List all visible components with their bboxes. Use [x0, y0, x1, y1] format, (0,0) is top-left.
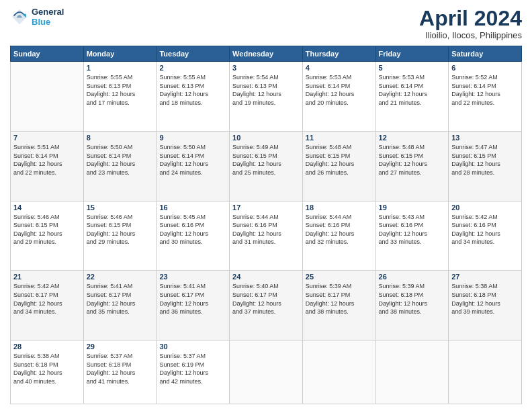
day-info: Sunrise: 5:54 AMSunset: 6:13 PMDaylight:… [232, 73, 300, 107]
day-number: 6 [451, 64, 519, 72]
day-info: Sunrise: 5:38 AMSunset: 6:18 PMDaylight:… [451, 282, 519, 316]
table-row: 1Sunrise: 5:55 AMSunset: 6:13 PMDaylight… [83, 62, 157, 132]
logo-icon [10, 7, 29, 26]
day-number: 18 [306, 203, 373, 212]
day-number: 2 [159, 64, 226, 72]
day-number: 21 [13, 273, 81, 281]
page: General Blue April 2024 Ilioilio, Ilocos… [0, 0, 532, 411]
table-row: 30Sunrise: 5:37 AMSunset: 6:19 PMDayligh… [157, 340, 230, 404]
table-row: 22Sunrise: 5:41 AMSunset: 6:17 PMDayligh… [83, 271, 157, 340]
day-info: Sunrise: 5:47 AMSunset: 6:15 PMDaylight:… [451, 143, 519, 177]
header: General Blue April 2024 Ilioilio, Ilocos… [10, 7, 522, 40]
day-number: 15 [87, 203, 154, 212]
table-row: 26Sunrise: 5:39 AMSunset: 6:18 PMDayligh… [375, 271, 449, 340]
col-monday: Monday [83, 46, 157, 62]
day-info: Sunrise: 5:41 AMSunset: 6:17 PMDaylight:… [87, 282, 154, 316]
col-saturday: Saturday [449, 46, 522, 62]
day-number: 28 [13, 342, 81, 351]
table-row: 25Sunrise: 5:39 AMSunset: 6:17 PMDayligh… [302, 271, 375, 340]
day-number: 11 [306, 134, 373, 142]
table-row: 28Sunrise: 5:38 AMSunset: 6:18 PMDayligh… [11, 340, 84, 404]
day-info: Sunrise: 5:41 AMSunset: 6:17 PMDaylight:… [159, 282, 226, 316]
table-row: 14Sunrise: 5:46 AMSunset: 6:15 PMDayligh… [11, 201, 84, 271]
day-number: 27 [451, 273, 519, 281]
table-row: 4Sunrise: 5:53 AMSunset: 6:14 PMDaylight… [302, 62, 375, 132]
day-info: Sunrise: 5:38 AMSunset: 6:18 PMDaylight:… [13, 352, 81, 385]
day-number: 4 [306, 64, 373, 72]
col-wednesday: Wednesday [230, 46, 303, 62]
table-row: 27Sunrise: 5:38 AMSunset: 6:18 PMDayligh… [449, 271, 522, 340]
table-row: 16Sunrise: 5:45 AMSunset: 6:16 PMDayligh… [157, 201, 230, 271]
table-row: 23Sunrise: 5:41 AMSunset: 6:17 PMDayligh… [157, 271, 230, 340]
table-row: 13Sunrise: 5:47 AMSunset: 6:15 PMDayligh… [449, 131, 522, 201]
calendar-header-row: Sunday Monday Tuesday Wednesday Thursday… [11, 46, 522, 62]
day-info: Sunrise: 5:46 AMSunset: 6:15 PMDaylight:… [13, 213, 81, 246]
logo: General Blue [10, 7, 64, 27]
day-number: 14 [13, 203, 81, 212]
title-section: April 2024 Ilioilio, Ilocos, Philippines [419, 7, 522, 40]
day-info: Sunrise: 5:48 AMSunset: 6:15 PMDaylight:… [379, 143, 446, 177]
table-row: 12Sunrise: 5:48 AMSunset: 6:15 PMDayligh… [375, 131, 449, 201]
day-number: 8 [87, 134, 154, 142]
day-info: Sunrise: 5:50 AMSunset: 6:14 PMDaylight:… [159, 143, 226, 177]
day-info: Sunrise: 5:46 AMSunset: 6:15 PMDaylight:… [87, 213, 154, 246]
table-row [230, 340, 303, 404]
calendar-week-1: 1Sunrise: 5:55 AMSunset: 6:13 PMDaylight… [11, 62, 522, 132]
day-info: Sunrise: 5:50 AMSunset: 6:14 PMDaylight:… [87, 143, 154, 177]
day-number: 12 [379, 134, 446, 142]
table-row [375, 340, 449, 404]
table-row: 17Sunrise: 5:44 AMSunset: 6:16 PMDayligh… [230, 201, 303, 271]
table-row: 11Sunrise: 5:48 AMSunset: 6:15 PMDayligh… [302, 131, 375, 201]
calendar-table: Sunday Monday Tuesday Wednesday Thursday… [10, 46, 522, 404]
table-row [449, 340, 522, 404]
day-number: 9 [159, 134, 226, 142]
day-info: Sunrise: 5:43 AMSunset: 6:16 PMDaylight:… [379, 213, 446, 246]
table-row: 20Sunrise: 5:42 AMSunset: 6:16 PMDayligh… [449, 201, 522, 271]
day-number: 16 [159, 203, 226, 212]
table-row: 7Sunrise: 5:51 AMSunset: 6:14 PMDaylight… [11, 131, 84, 201]
calendar-week-3: 14Sunrise: 5:46 AMSunset: 6:15 PMDayligh… [11, 201, 522, 271]
day-info: Sunrise: 5:44 AMSunset: 6:16 PMDaylight:… [306, 213, 373, 246]
logo-text: General Blue [32, 7, 64, 27]
day-number: 13 [451, 134, 519, 142]
day-number: 17 [232, 203, 300, 212]
day-number: 22 [87, 273, 154, 281]
calendar-week-4: 21Sunrise: 5:42 AMSunset: 6:17 PMDayligh… [11, 271, 522, 340]
day-info: Sunrise: 5:40 AMSunset: 6:17 PMDaylight:… [232, 282, 300, 316]
day-number: 24 [232, 273, 300, 281]
col-sunday: Sunday [11, 46, 84, 62]
day-number: 3 [232, 64, 300, 72]
day-number: 29 [87, 342, 154, 351]
location-subtitle: Ilioilio, Ilocos, Philippines [419, 30, 522, 40]
day-info: Sunrise: 5:48 AMSunset: 6:15 PMDaylight:… [306, 143, 373, 177]
table-row: 10Sunrise: 5:49 AMSunset: 6:15 PMDayligh… [230, 131, 303, 201]
day-info: Sunrise: 5:53 AMSunset: 6:14 PMDaylight:… [306, 73, 373, 107]
table-row: 21Sunrise: 5:42 AMSunset: 6:17 PMDayligh… [11, 271, 84, 340]
day-number: 26 [379, 273, 446, 281]
table-row: 5Sunrise: 5:53 AMSunset: 6:14 PMDaylight… [375, 62, 449, 132]
calendar-week-5: 28Sunrise: 5:38 AMSunset: 6:18 PMDayligh… [11, 340, 522, 404]
day-info: Sunrise: 5:39 AMSunset: 6:17 PMDaylight:… [306, 282, 373, 316]
col-tuesday: Tuesday [157, 46, 230, 62]
day-info: Sunrise: 5:53 AMSunset: 6:14 PMDaylight:… [379, 73, 446, 107]
table-row: 3Sunrise: 5:54 AMSunset: 6:13 PMDaylight… [230, 62, 303, 132]
day-number: 25 [306, 273, 373, 281]
day-number: 1 [87, 64, 154, 72]
table-row: 24Sunrise: 5:40 AMSunset: 6:17 PMDayligh… [230, 271, 303, 340]
calendar-week-2: 7Sunrise: 5:51 AMSunset: 6:14 PMDaylight… [11, 131, 522, 201]
day-info: Sunrise: 5:49 AMSunset: 6:15 PMDaylight:… [232, 143, 300, 177]
table-row: 15Sunrise: 5:46 AMSunset: 6:15 PMDayligh… [83, 201, 157, 271]
day-info: Sunrise: 5:51 AMSunset: 6:14 PMDaylight:… [13, 143, 81, 177]
table-row: 2Sunrise: 5:55 AMSunset: 6:13 PMDaylight… [157, 62, 230, 132]
day-info: Sunrise: 5:44 AMSunset: 6:16 PMDaylight:… [232, 213, 300, 246]
day-number: 19 [379, 203, 446, 212]
table-row [11, 62, 84, 132]
table-row [302, 340, 375, 404]
day-info: Sunrise: 5:37 AMSunset: 6:18 PMDaylight:… [87, 352, 154, 385]
day-number: 30 [159, 342, 226, 351]
day-info: Sunrise: 5:37 AMSunset: 6:19 PMDaylight:… [159, 352, 226, 385]
month-title: April 2024 [419, 7, 522, 30]
day-info: Sunrise: 5:52 AMSunset: 6:14 PMDaylight:… [451, 73, 519, 107]
day-info: Sunrise: 5:42 AMSunset: 6:16 PMDaylight:… [451, 213, 519, 246]
day-number: 10 [232, 134, 300, 142]
